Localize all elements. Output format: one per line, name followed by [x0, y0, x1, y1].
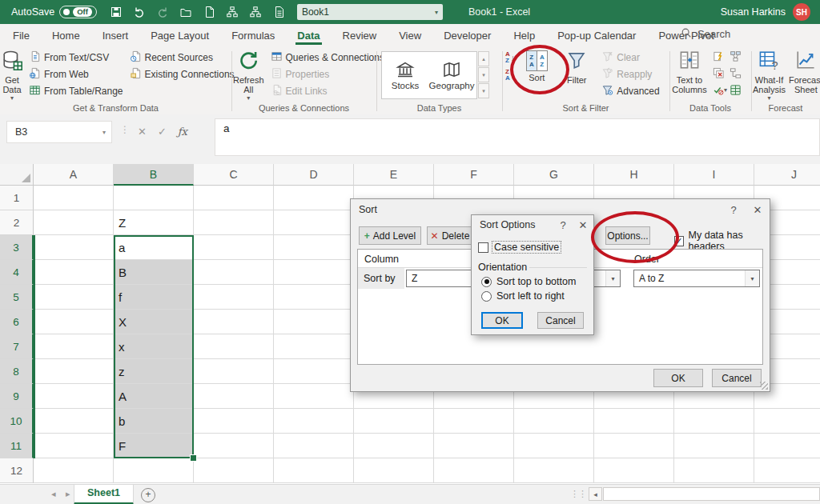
cell-C5[interactable]: [194, 285, 274, 310]
cell-A8[interactable]: [34, 359, 114, 384]
column-header-g[interactable]: G: [514, 164, 594, 186]
cell-B9[interactable]: A: [114, 384, 194, 409]
case-sensitive-checkbox[interactable]: Case sensitive: [478, 241, 561, 254]
cell-A5[interactable]: [34, 285, 114, 310]
tab-page-layout[interactable]: Page Layout: [149, 26, 211, 45]
cell-I12[interactable]: [674, 458, 754, 483]
flash-fill-button[interactable]: [713, 50, 727, 62]
autosave-pill[interactable]: Off: [59, 6, 97, 18]
column-header-c[interactable]: C: [194, 164, 274, 186]
cell-F12[interactable]: [434, 458, 514, 483]
close-icon[interactable]: ✕: [573, 219, 593, 231]
data-validation-button[interactable]: ▾: [713, 83, 727, 96]
cell-J10[interactable]: [754, 409, 820, 434]
row-header-11[interactable]: 11: [0, 434, 34, 458]
sort-cancel-button[interactable]: Cancel: [712, 369, 762, 387]
tab-developer[interactable]: Developer: [442, 26, 492, 45]
org-chart-icon[interactable]: [226, 6, 239, 19]
search-box[interactable]: Search: [681, 27, 730, 41]
cell-C4[interactable]: [194, 260, 274, 285]
cell-A4[interactable]: [34, 260, 114, 285]
cell-A7[interactable]: [34, 334, 114, 359]
new-file-icon[interactable]: [203, 6, 216, 19]
formula-bar-splitter[interactable]: ⋮: [120, 124, 130, 135]
remove-duplicates-button[interactable]: [713, 66, 727, 79]
tab-scroll-splitter[interactable]: ⋮⋮: [570, 489, 586, 499]
sort-options-titlebar[interactable]: Sort Options ? ✕: [472, 215, 593, 234]
recent-sources-button[interactable]: Recent Sources: [128, 50, 236, 66]
gallery-scroll-buttons[interactable]: ▴▾▾: [478, 51, 489, 98]
cell-A12[interactable]: [34, 458, 114, 483]
cell-J12[interactable]: [754, 458, 820, 483]
from-text-csv-button[interactable]: From Text/CSV: [27, 50, 125, 66]
row-header-12[interactable]: 12: [0, 458, 34, 483]
cell-H11[interactable]: [594, 434, 674, 458]
cell-C8[interactable]: [194, 359, 274, 384]
sort-ok-button[interactable]: OK: [653, 369, 703, 387]
select-all-corner[interactable]: [0, 164, 34, 186]
cell-B2[interactable]: Z: [114, 210, 194, 235]
cell-B5[interactable]: f: [114, 285, 194, 310]
cell-G12[interactable]: [514, 458, 594, 483]
what-if-analysis-button[interactable]: ?What-IfAnalysis▾: [753, 50, 786, 102]
cell-G10[interactable]: [514, 409, 594, 434]
cell-J11[interactable]: [754, 434, 820, 458]
tab-pop-up-calendar[interactable]: Pop-up Calendar: [556, 26, 637, 45]
scroll-left-icon[interactable]: ◂: [589, 487, 602, 501]
sort-options-ok-button[interactable]: OK: [481, 312, 523, 329]
autosave-toggle[interactable]: AutoSave Off: [11, 6, 97, 18]
cell-B11[interactable]: F: [114, 434, 194, 458]
row-header-7[interactable]: 7: [0, 334, 34, 359]
tab-review[interactable]: Review: [341, 26, 379, 45]
help-icon[interactable]: ?: [722, 204, 746, 216]
cell-C1[interactable]: [194, 186, 274, 210]
cell-D7[interactable]: [274, 334, 354, 359]
save-icon[interactable]: [110, 6, 123, 19]
formula-input[interactable]: a: [215, 118, 820, 156]
new-sheet-icon[interactable]: +: [141, 488, 155, 502]
cell-B3[interactable]: a: [114, 235, 194, 260]
undo-icon[interactable]: [133, 6, 147, 19]
cell-D5[interactable]: [274, 285, 354, 310]
cell-C7[interactable]: [194, 334, 274, 359]
insert-function-icon[interactable]: ƒx: [178, 126, 187, 138]
column-header-f[interactable]: F: [434, 164, 514, 186]
cell-B6[interactable]: X: [114, 310, 194, 334]
order-dropdown[interactable]: A to Z ▾: [633, 270, 760, 287]
consolidate-button[interactable]: [730, 50, 744, 62]
cell-D8[interactable]: [274, 359, 354, 384]
row-header-3[interactable]: 3: [0, 235, 34, 260]
cell-I11[interactable]: [674, 434, 754, 458]
redo-icon[interactable]: [156, 6, 170, 19]
gallery-more-icon[interactable]: ▾: [478, 83, 489, 98]
cell-G11[interactable]: [514, 434, 594, 458]
column-header-e[interactable]: E: [354, 164, 434, 186]
cell-D1[interactable]: [274, 186, 354, 210]
stocks-data-type-button[interactable]: Stocks: [382, 52, 428, 98]
avatar[interactable]: SH: [793, 3, 810, 21]
cell-B10[interactable]: b: [114, 409, 194, 434]
confirm-entry-icon[interactable]: ✓: [158, 126, 167, 138]
sort-left-to-right-radio[interactable]: Sort left to right: [481, 290, 565, 302]
tab-view[interactable]: View: [397, 26, 423, 45]
cell-C6[interactable]: [194, 310, 274, 334]
refresh-all-button[interactable]: RefreshAll▾: [233, 50, 264, 102]
row-header-10[interactable]: 10: [0, 409, 34, 434]
cell-C11[interactable]: [194, 434, 274, 458]
column-header-d[interactable]: D: [274, 164, 354, 186]
cell-B1[interactable]: [114, 186, 194, 210]
row-header-1[interactable]: 1: [0, 186, 34, 210]
cell-D4[interactable]: [274, 260, 354, 285]
text-to-columns-button[interactable]: Text toColumns: [671, 50, 708, 94]
cell-B4[interactable]: B: [114, 260, 194, 285]
cell-D12[interactable]: [274, 458, 354, 483]
row-header-9[interactable]: 9: [0, 384, 34, 409]
horizontal-scrollbar[interactable]: [603, 487, 820, 501]
cell-E10[interactable]: [354, 409, 434, 434]
cell-H10[interactable]: [594, 409, 674, 434]
from-table-range-button[interactable]: From Table/Range: [27, 83, 125, 99]
forecast-sheet-button[interactable]: ForecastSheet: [789, 50, 820, 94]
from-web-button[interactable]: From Web: [27, 66, 125, 82]
close-icon[interactable]: ✕: [746, 204, 770, 216]
sort-top-to-bottom-radio[interactable]: Sort top to bottom: [481, 276, 576, 287]
